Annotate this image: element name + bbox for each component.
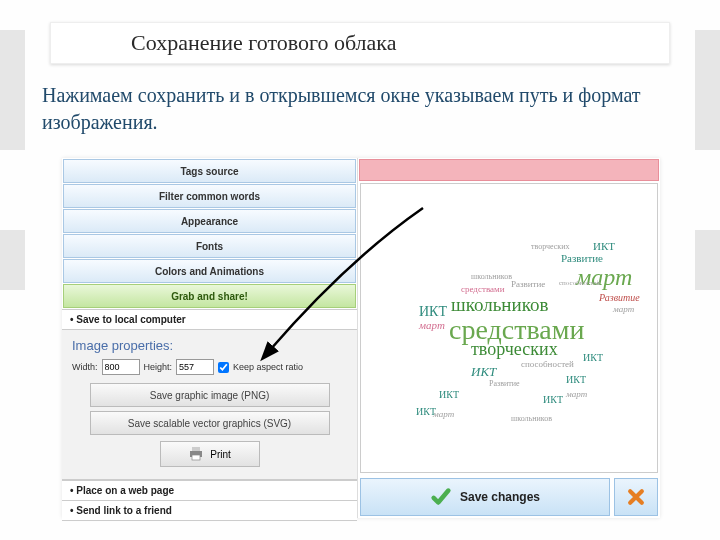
footer-row: Save changes <box>360 478 658 516</box>
image-properties-label: Image properties: <box>72 338 347 353</box>
cloud-word: март <box>566 389 587 399</box>
slide-title: Сохранение готового облака <box>50 22 670 64</box>
cloud-word: способностей <box>559 279 600 287</box>
section-send-link[interactable]: • Send link to a friend <box>62 501 357 521</box>
accordion-colors-animations[interactable]: Colors and Animations <box>63 259 356 283</box>
cloud-word: школьников <box>471 272 512 281</box>
section-place-web[interactable]: • Place on a web page <box>62 480 357 501</box>
deco-bar-left-2 <box>0 230 25 290</box>
app-screenshot: Tags source Filter common words Appearan… <box>62 158 660 518</box>
printer-icon <box>188 447 204 461</box>
right-panel: средствамишкольниковтворческихмартРазвит… <box>358 158 660 518</box>
cancel-button[interactable] <box>614 478 658 516</box>
cloud-word: ИКТ <box>566 374 586 385</box>
left-panel: Tags source Filter common words Appearan… <box>62 158 358 518</box>
print-label: Print <box>210 449 231 460</box>
save-changes-label: Save changes <box>460 490 540 504</box>
width-label: Width: <box>72 362 98 372</box>
checkmark-icon <box>430 486 452 508</box>
cloud-word: школьников <box>451 294 548 316</box>
close-icon <box>626 487 646 507</box>
deco-bar-right-1 <box>695 30 720 150</box>
save-local-body: Image properties: Width: Height: Keep as… <box>62 330 357 480</box>
save-svg-button[interactable]: Save scalable vector graphics (SVG) <box>90 411 330 435</box>
width-input[interactable] <box>102 359 140 375</box>
cloud-word: март <box>613 304 634 314</box>
deco-bar-left-1 <box>0 30 25 150</box>
cloud-word: творческих <box>531 242 570 251</box>
word-cloud-preview: средствамишкольниковтворческихмартРазвит… <box>360 183 658 473</box>
print-button[interactable]: Print <box>160 441 260 467</box>
cloud-word: март <box>433 409 454 419</box>
cloud-word: ИКТ <box>593 240 615 252</box>
cloud-word: ИКТ <box>583 352 603 363</box>
cloud-word: ИКТ <box>543 394 563 405</box>
cloud-word: ИКТ <box>439 389 459 400</box>
height-input[interactable] <box>176 359 214 375</box>
accordion-appearance[interactable]: Appearance <box>63 209 356 233</box>
cloud-word: творческих <box>471 339 558 360</box>
cloud-word: Развитие <box>511 279 545 289</box>
keep-aspect-checkbox[interactable] <box>218 362 229 373</box>
svg-rect-2 <box>192 455 200 460</box>
cloud-word: ИКТ <box>419 304 447 320</box>
height-label: Height: <box>144 362 173 372</box>
deco-bar-right-2 <box>695 230 720 290</box>
cloud-word: Развитие <box>599 292 640 303</box>
cloud-word: способностей <box>521 359 574 369</box>
svg-rect-1 <box>192 447 200 451</box>
cloud-word: Развитие <box>489 379 520 388</box>
save-changes-button[interactable]: Save changes <box>360 478 610 516</box>
accordion-tags-source[interactable]: Tags source <box>63 159 356 183</box>
accordion-filter-words[interactable]: Filter common words <box>63 184 356 208</box>
cloud-word: средствами <box>461 284 505 294</box>
cloud-word: ИКТ <box>471 364 496 380</box>
preview-top-bar <box>359 159 659 181</box>
keep-aspect-label: Keep aspect ratio <box>233 362 303 372</box>
accordion-fonts[interactable]: Fonts <box>63 234 356 258</box>
cloud-word: март <box>419 319 445 331</box>
accordion-grab-share[interactable]: Grab and share! <box>63 284 356 308</box>
cloud-word: школьников <box>511 414 552 423</box>
section-save-local[interactable]: • Save to local computer <box>62 309 357 330</box>
save-png-button[interactable]: Save graphic image (PNG) <box>90 383 330 407</box>
cloud-word: Развитие <box>561 252 603 264</box>
slide-instruction: Нажимаем сохранить и в открывшемся окне … <box>42 82 682 136</box>
dimension-row: Width: Height: Keep aspect ratio <box>72 359 347 375</box>
